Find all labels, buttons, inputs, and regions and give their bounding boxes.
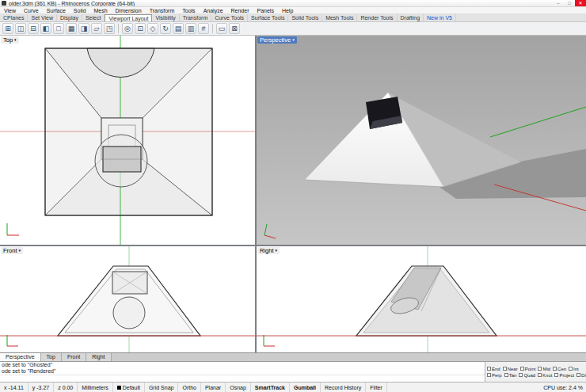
tab-render-tools[interactable]: Render Tools <box>357 14 397 21</box>
planar-toggle[interactable]: Planar <box>201 382 226 392</box>
osnap-near[interactable]: Near <box>503 367 518 371</box>
tab-curve-tools[interactable]: Curve Tools <box>211 14 248 21</box>
menu-view[interactable]: View <box>0 8 20 13</box>
viewport-layout-icon[interactable]: ▦ <box>66 23 77 34</box>
maximize-button[interactable]: □ <box>564 0 575 6</box>
viewport-tab-front[interactable]: Front <box>62 353 86 361</box>
menu-panels[interactable]: Panels <box>253 8 278 13</box>
current-layer[interactable]: Default <box>113 382 145 392</box>
osnap-disable[interactable]: Disable <box>576 373 586 378</box>
osnap-end[interactable]: End <box>487 367 500 371</box>
swap-views-icon[interactable]: ◨ <box>78 23 89 34</box>
grid-toggle-icon[interactable]: # <box>198 23 209 34</box>
checkbox[interactable] <box>569 367 573 371</box>
ortho-toggle[interactable]: Ortho <box>178 382 201 392</box>
checkbox[interactable] <box>576 373 580 377</box>
menu-dimension[interactable]: Dimension <box>112 8 146 13</box>
perspective-viewport-title[interactable]: Perspective ▾ <box>257 36 297 44</box>
menu-solid[interactable]: Solid <box>70 8 90 13</box>
page-layout-icon[interactable]: ▭ <box>216 23 227 34</box>
perspective-viewport[interactable]: Perspective ▾ <box>257 36 586 245</box>
gumball-toggle[interactable]: Gumball <box>290 382 321 392</box>
checkbox[interactable] <box>538 367 542 371</box>
maximize-viewport-icon[interactable]: ◳ <box>104 23 115 34</box>
checkbox[interactable] <box>519 373 523 377</box>
menu-help[interactable]: Help <box>278 8 297 13</box>
top-viewport[interactable]: Top ▾ <box>0 36 255 245</box>
three-viewports-icon[interactable]: ◫ <box>15 23 26 34</box>
osnap-quad[interactable]: Quad <box>519 373 535 378</box>
front-viewport[interactable]: Front ▾ <box>0 246 255 352</box>
right-viewport-canvas[interactable] <box>257 246 586 352</box>
menu-tools[interactable]: Tools <box>178 8 199 13</box>
tab-mesh-tools[interactable]: Mesh Tools <box>322 14 357 21</box>
osnap-mid[interactable]: Mid <box>538 367 550 371</box>
checkbox[interactable] <box>504 373 508 377</box>
tab-transform[interactable]: Transform <box>180 14 212 21</box>
osnap-cen[interactable]: Cen <box>553 367 566 371</box>
pan-view-icon[interactable]: ◇ <box>147 23 158 34</box>
four-viewports-icon[interactable]: ⊞ <box>2 23 13 34</box>
checkbox[interactable] <box>503 367 507 371</box>
menu-analyze[interactable]: Analyze <box>200 8 227 13</box>
tab-viewport-layout[interactable]: Viewport Layout <box>105 14 152 21</box>
tab-display[interactable]: Display <box>57 14 82 21</box>
menu-curve[interactable]: Curve <box>20 8 43 13</box>
menu-surface[interactable]: Surface <box>43 8 70 13</box>
smarttrack-toggle[interactable]: SmartTrack <box>251 382 290 392</box>
tab-new-in-v5[interactable]: New in V5 <box>424 14 456 21</box>
viewport-tab-top[interactable]: Top <box>41 353 62 361</box>
grid-snap-toggle[interactable]: Grid Snap <box>145 382 179 392</box>
zoom-extents-icon[interactable]: ◎ <box>122 23 133 34</box>
menu-transform[interactable]: Transform <box>146 8 179 13</box>
tab-drafting[interactable]: Drafting <box>398 14 424 21</box>
background-bitmap-icon[interactable]: ▥ <box>185 23 196 34</box>
viewport-tab-perspective[interactable]: Perspective <box>0 353 41 361</box>
perspective-viewport-canvas[interactable] <box>257 36 586 245</box>
vertical-split-icon[interactable]: ◧ <box>40 23 51 34</box>
osnap-tan[interactable]: Tan <box>504 373 517 378</box>
tab-set-view[interactable]: Set View <box>28 14 57 21</box>
right-viewport-title[interactable]: Right ▾ <box>257 247 280 254</box>
checkbox[interactable] <box>487 367 491 371</box>
units-label: Millimeters <box>78 382 112 392</box>
top-viewport-title[interactable]: Top ▾ <box>1 36 19 44</box>
front-viewport-title[interactable]: Front ▾ <box>1 247 23 254</box>
rotate-view-icon[interactable]: ↻ <box>160 23 171 34</box>
top-viewport-label: Top <box>3 36 13 44</box>
close-button[interactable]: ✕ <box>575 0 586 6</box>
checkbox[interactable] <box>553 367 557 371</box>
menu-mesh[interactable]: Mesh <box>89 8 111 13</box>
minimize-button[interactable]: – <box>553 0 564 6</box>
viewport-tab-right[interactable]: Right <box>86 353 111 361</box>
horizontal-split-icon[interactable]: ⊟ <box>28 23 39 34</box>
tab-select[interactable]: Select <box>82 14 105 21</box>
filter-toggle[interactable]: Filter <box>366 382 387 392</box>
checkbox[interactable] <box>487 373 491 377</box>
tab-visibility[interactable]: Visibility <box>152 14 179 21</box>
right-viewport[interactable]: Right ▾ <box>257 246 586 352</box>
checkbox[interactable] <box>554 373 558 377</box>
osnap-knot[interactable]: Knot <box>538 373 552 378</box>
tube-circle[interactable] <box>113 297 145 329</box>
osnap-int[interactable]: Int <box>569 367 579 371</box>
tab-surface-tools[interactable]: Surface Tools <box>248 14 288 21</box>
osnap-perp[interactable]: Perp <box>487 373 502 378</box>
single-viewport-icon[interactable]: □ <box>53 23 64 34</box>
tab-solid-tools[interactable]: Solid Tools <box>288 14 322 21</box>
checkbox[interactable] <box>520 367 524 371</box>
zoom-window-icon[interactable]: ⊡ <box>135 23 146 34</box>
osnap-toggle[interactable]: Osnap <box>226 382 251 392</box>
record-history-toggle[interactable]: Record History <box>321 382 366 392</box>
tab-cplanes[interactable]: CPlanes <box>0 14 28 21</box>
top-viewport-canvas[interactable] <box>0 36 255 245</box>
checkbox[interactable] <box>538 373 542 377</box>
osnap-point[interactable]: Point <box>520 367 536 371</box>
named-views-icon[interactable]: ▤ <box>173 23 184 34</box>
front-viewport-canvas[interactable] <box>0 246 255 352</box>
osnap-project[interactable]: Project <box>554 373 574 378</box>
command-input[interactable] <box>0 375 485 382</box>
print-icon[interactable]: ⊠ <box>229 23 240 34</box>
floating-viewport-icon[interactable]: ▱ <box>91 23 102 34</box>
menu-render[interactable]: Render <box>227 8 253 13</box>
